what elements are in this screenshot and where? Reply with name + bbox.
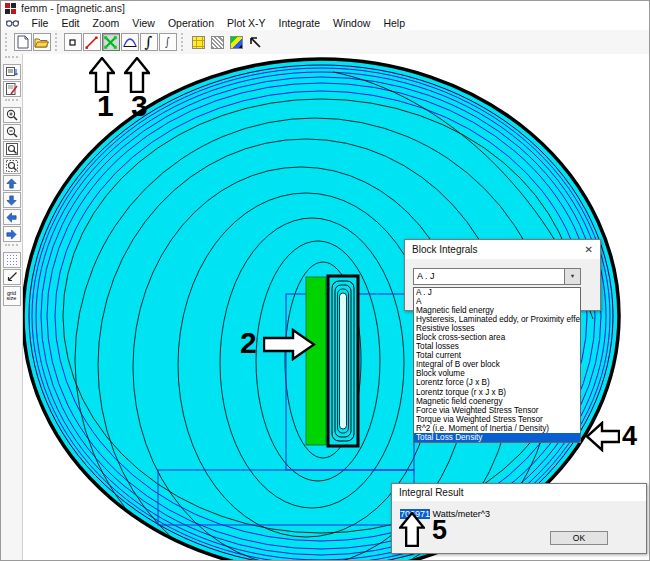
block-mode-green-x-icon (104, 36, 117, 49)
list-item[interactable]: Magnetic field coenergy (414, 397, 580, 406)
list-item[interactable]: Integral of B over block (414, 360, 580, 369)
xy-plot-arc-icon (123, 36, 137, 48)
list-item[interactable]: A . J (414, 288, 580, 297)
annotation-arrow-4-left-icon (585, 421, 620, 452)
side-toolbar: grid size (1, 54, 23, 561)
output-list-icon (6, 67, 18, 78)
grid-size-label: grid size (4, 291, 20, 302)
main-toolbar: ∫ ∫ (1, 30, 649, 55)
block-integrals-title-bar: Block Integrals ✕ (405, 240, 600, 259)
postprocessor-glasses-icon (6, 18, 19, 28)
dialog-title: Block Integrals (412, 244, 478, 255)
pan-right-button[interactable] (3, 226, 21, 242)
annotation-arrow-3-up-icon (124, 57, 150, 93)
list-item[interactable]: A (414, 297, 580, 306)
list-item[interactable]: Block volume (414, 369, 580, 378)
open-file-button[interactable] (33, 33, 51, 51)
integral-type-combobox[interactable]: A . J ▼ (413, 268, 581, 285)
list-item[interactable]: Magnetic field energy (414, 306, 580, 315)
menu-bar: File Edit Zoom View Operation Plot X-Y I… (1, 16, 649, 30)
point-values-mode-button[interactable] (64, 33, 82, 51)
list-item[interactable]: Force via Weighted Stress Tensor (414, 406, 580, 415)
annotation-label-1: 1 (97, 91, 114, 121)
block-selection-mode-button[interactable] (102, 33, 120, 51)
snap-to-grid-button[interactable] (3, 269, 21, 285)
list-item[interactable]: Resistive losses (414, 324, 580, 333)
density-plot-button[interactable] (190, 33, 208, 51)
menu-operation[interactable]: Operation (161, 16, 220, 30)
list-item[interactable]: Lorentz torque (r x J x B) (414, 388, 580, 397)
selected-block[interactable] (306, 277, 326, 445)
grid-icon (6, 254, 18, 266)
toolbar-gripper (181, 33, 186, 51)
annotation-arrow-5-up-icon (399, 512, 425, 547)
pan-up-icon (6, 178, 17, 189)
menu-integrate[interactable]: Integrate (272, 16, 326, 30)
list-item[interactable]: Total current (414, 351, 580, 360)
pan-left-button[interactable] (3, 209, 21, 225)
list-item[interactable]: Hysteresis, Laminated eddy, or Proximity… (414, 315, 580, 324)
zoom-out-button[interactable] (3, 124, 21, 140)
menu-file[interactable]: File (25, 16, 55, 30)
toolbar-gripper (5, 33, 10, 51)
edit-document-icon (6, 83, 18, 95)
line-integral-button[interactable]: ∫ (140, 33, 158, 51)
zoom-extents-icon (6, 160, 18, 172)
coil-block[interactable] (328, 276, 358, 446)
block-integral-button[interactable]: ∫ (159, 33, 177, 51)
menu-view[interactable]: View (126, 16, 162, 30)
zoom-in-button[interactable] (3, 107, 21, 123)
menu-plot-xy[interactable]: Plot X-Y (221, 16, 273, 30)
menu-zoom[interactable]: Zoom (86, 16, 126, 30)
integral-type-dropdown-list: A . JAMagnetic field energyHysteresis, L… (413, 287, 581, 443)
edit-properties-button[interactable] (3, 81, 21, 97)
list-item[interactable]: Lorentz force (J x B) (414, 378, 580, 387)
mesh-icon (211, 36, 224, 49)
contour-mode-button[interactable] (83, 33, 101, 51)
window-title: femm - [magnetic.ans] (21, 1, 125, 16)
annotation-label-3: 3 (131, 91, 148, 121)
annotation-label-4: 4 (622, 421, 637, 451)
set-grid-size-button[interactable]: grid size (3, 286, 21, 306)
ok-button[interactable]: OK (550, 531, 608, 545)
pan-down-button[interactable] (3, 192, 21, 208)
pan-up-button[interactable] (3, 175, 21, 191)
femm-app-icon (5, 3, 16, 14)
title-bar: femm - [magnetic.ans] (1, 1, 649, 16)
color-plot-icon (230, 36, 243, 49)
snap-icon (6, 271, 18, 283)
show-grid-button[interactable] (3, 252, 21, 268)
point-mode-icon (69, 39, 76, 46)
zoom-out-icon (6, 126, 18, 138)
list-item[interactable]: Block cross-section area (414, 333, 580, 342)
zoom-window-icon (6, 143, 18, 155)
integral-icon: ∫ (145, 35, 153, 50)
dialog-title: Integral Result (399, 487, 463, 498)
close-icon[interactable]: ✕ (585, 240, 593, 259)
list-item[interactable]: Total losses (414, 342, 580, 351)
menu-edit[interactable]: Edit (55, 16, 86, 30)
list-item[interactable]: R^2 (i.e. Moment of Inertia / Density) (414, 424, 580, 433)
zoom-window-button[interactable] (3, 141, 21, 157)
combobox-value: A . J (414, 269, 564, 284)
plot-xy-button[interactable] (121, 33, 139, 51)
chevron-down-icon[interactable]: ▼ (564, 269, 580, 284)
toolbar-gripper (5, 244, 18, 250)
annotation-label-2: 2 (240, 328, 257, 358)
mesh-view-button[interactable] (209, 33, 227, 51)
pointer-button[interactable] (247, 33, 265, 51)
toolbar-gripper (5, 99, 18, 105)
annotation-arrow-1-up-icon (89, 57, 115, 93)
contour-color-plot-button[interactable] (228, 33, 246, 51)
zoom-extents-button[interactable] (3, 158, 21, 174)
block-integrals-dialog: Block Integrals ✕ A . J ▼ A . JAMagnetic… (404, 239, 601, 311)
pointer-arrow-icon (249, 36, 262, 49)
list-item[interactable]: Torque via Weighted Stress Tensor (414, 415, 580, 424)
annotation-arrow-2-right-icon (263, 328, 316, 361)
menu-window[interactable]: Window (327, 16, 377, 30)
list-item[interactable]: Total Loss Density (414, 433, 580, 442)
new-file-button[interactable] (14, 33, 32, 51)
menu-help[interactable]: Help (377, 16, 412, 30)
toolbar-gripper (55, 33, 60, 51)
output-list-button[interactable] (3, 64, 21, 80)
